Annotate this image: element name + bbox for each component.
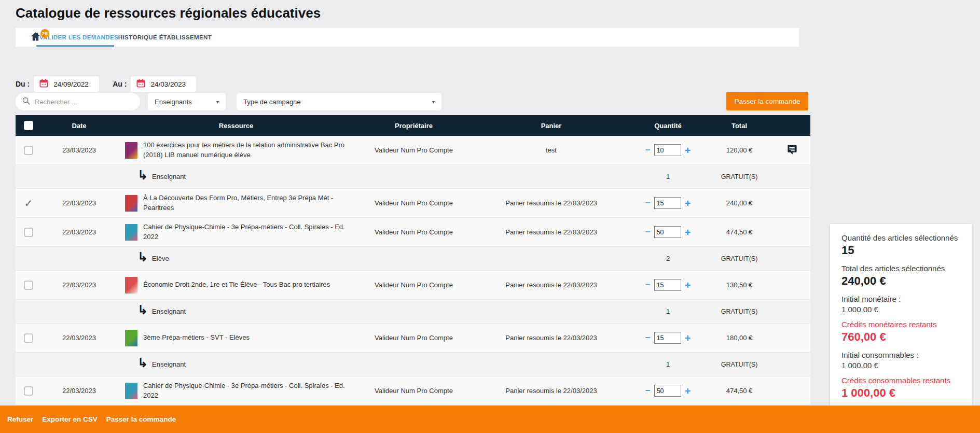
quantity-input[interactable] bbox=[654, 144, 681, 156]
active-tab-underline bbox=[36, 45, 114, 47]
header-panier: Panier bbox=[472, 122, 630, 130]
summary-initial-monetary-label: Initial monétaire : bbox=[841, 295, 963, 303]
date-from-picker[interactable] bbox=[34, 76, 99, 92]
minus-icon[interactable]: − bbox=[645, 228, 651, 236]
row-total: 240,00 € bbox=[706, 199, 773, 207]
resource-thumbnail bbox=[125, 142, 137, 159]
resource-title: 3ème Prépa-métiers - SVT - Elèves bbox=[143, 333, 250, 342]
row-checkbox[interactable] bbox=[24, 333, 33, 343]
bottom-action-bar: Refuser Exporter en CSV Passer la comman… bbox=[0, 406, 980, 433]
calendar-icon[interactable] bbox=[39, 78, 49, 90]
header-date: Date bbox=[42, 122, 117, 130]
row-owner: Valideur Num Pro Compte bbox=[355, 228, 472, 236]
date-from-label: Du : bbox=[16, 80, 30, 88]
row-panier: Panier resoumis le 22/03/2023 bbox=[472, 228, 630, 236]
table-body: ✓ 23/03/2023 100 exercices pour les méti… bbox=[16, 136, 810, 406]
order-button-top[interactable]: Passer la commande bbox=[726, 92, 808, 110]
minus-icon[interactable]: − bbox=[645, 281, 651, 289]
table-row: ✓ 22/03/2023 Cahier de Physique-Chimie -… bbox=[16, 218, 810, 247]
summary-remaining-monetary-value: 760,00 € bbox=[841, 330, 963, 344]
tab-bar: 25 VALIDER LES DEMANDES HISTORIQUE ÉTABL… bbox=[16, 28, 799, 47]
summary-remaining-consumables-label: Crédits consommables restants bbox=[841, 376, 963, 385]
campaign-select-value: Type de campagne bbox=[243, 98, 301, 106]
subrow-audience-label: Enseignant bbox=[152, 360, 186, 368]
order-link[interactable]: Passer la commande bbox=[106, 415, 176, 423]
summary-initial-consumables-value: 1 000,00 € bbox=[841, 361, 963, 370]
header-resource: Ressource bbox=[117, 122, 355, 130]
row-owner: Valideur Num Pro Compte bbox=[355, 146, 472, 154]
plus-icon[interactable]: + bbox=[685, 280, 691, 290]
tab-historique-etablissement[interactable]: HISTORIQUE ÉTABLISSEMENT bbox=[121, 28, 209, 47]
row-date: 22/03/2023 bbox=[42, 199, 117, 207]
resource-thumbnail bbox=[125, 224, 137, 241]
row-owner: Valideur Num Pro Compte bbox=[355, 387, 472, 395]
date-from-input[interactable] bbox=[53, 80, 94, 88]
table-row: ✓ 22/03/2023 3ème Prépa-métiers - SVT - … bbox=[16, 324, 810, 353]
table-row: ✓ 22/03/2023 Cahier de Physique-Chimie -… bbox=[16, 376, 810, 406]
resource-title: Cahier de Physique-Chimie - 3e Prépa-mét… bbox=[143, 381, 353, 400]
table-header-row: Date Ressource Propriétaire Panier Quant… bbox=[16, 115, 810, 136]
export-csv-link[interactable]: Exporter en CSV bbox=[42, 415, 98, 423]
header-qty: Quantité bbox=[630, 122, 706, 130]
table-subrow: ↳ Elève 2 GRATUIT(S) bbox=[16, 247, 810, 271]
minus-icon[interactable]: − bbox=[645, 386, 651, 395]
chevron-down-icon: ▾ bbox=[216, 99, 219, 105]
resource-title: Économie Droit 2nde, 1re et Tle Élève - … bbox=[143, 280, 330, 289]
calendar-icon[interactable] bbox=[136, 78, 146, 90]
summary-total-label: Total des articles sélectionnés bbox=[841, 264, 963, 273]
table-row: ✓ 22/03/2023 Économie Droit 2nde, 1re et… bbox=[16, 271, 810, 300]
chevron-down-icon: ▾ bbox=[432, 99, 435, 105]
subrow-qty: 2 bbox=[630, 255, 706, 262]
subrow-total: GRATUIT(S) bbox=[706, 173, 773, 180]
campaign-type-select[interactable]: Type de campagne ▾ bbox=[237, 93, 441, 110]
audience-select[interactable]: Enseignants ▾ bbox=[148, 93, 226, 110]
minus-icon[interactable]: − bbox=[645, 146, 651, 155]
comment-icon[interactable] bbox=[786, 144, 797, 157]
quantity-input[interactable] bbox=[654, 279, 681, 291]
sub-arrow-icon: ↳ bbox=[137, 356, 148, 370]
resource-thumbnail bbox=[125, 195, 137, 212]
row-total: 130,50 € bbox=[706, 281, 773, 289]
audience-select-value: Enseignants bbox=[155, 98, 192, 106]
resource-title: Cahier de Physique-Chimie - 3e Prépa-mét… bbox=[143, 222, 353, 241]
quantity-input[interactable] bbox=[654, 385, 681, 397]
minus-icon[interactable]: − bbox=[645, 333, 651, 342]
row-checkbox[interactable] bbox=[24, 281, 33, 290]
row-panier: Panier resoumis le 22/03/2023 bbox=[472, 281, 630, 289]
sub-arrow-icon: ↳ bbox=[137, 250, 148, 264]
row-checkmark[interactable]: ✓ bbox=[24, 198, 33, 208]
quantity-input[interactable] bbox=[654, 197, 681, 209]
plus-icon[interactable]: + bbox=[685, 333, 691, 343]
quantity-input[interactable] bbox=[654, 332, 681, 344]
date-to-input[interactable] bbox=[150, 80, 191, 88]
refuse-link[interactable]: Refuser bbox=[7, 415, 33, 423]
quantity-input[interactable] bbox=[654, 226, 681, 238]
summary-qty-label: Quantité des articles sélectionnés bbox=[841, 233, 963, 242]
row-checkbox[interactable] bbox=[24, 228, 33, 237]
row-checkbox[interactable] bbox=[24, 146, 33, 155]
select-all-checkbox[interactable] bbox=[24, 121, 33, 130]
summary-total-value: 240,00 € bbox=[841, 274, 963, 288]
row-total: 120,00 € bbox=[706, 146, 773, 154]
tab-valider-label: VALIDER LES DEMANDES bbox=[39, 34, 118, 40]
row-checkbox[interactable] bbox=[24, 386, 33, 396]
subrow-audience-label: Enseignant bbox=[152, 173, 186, 180]
tab-valider-les-demandes[interactable]: 25 VALIDER LES DEMANDES bbox=[36, 28, 114, 47]
subrow-qty: 1 bbox=[630, 173, 706, 180]
minus-icon[interactable]: − bbox=[645, 199, 651, 207]
row-total: 180,00 € bbox=[706, 334, 773, 342]
plus-icon[interactable]: + bbox=[685, 145, 691, 156]
date-to-picker[interactable] bbox=[131, 76, 196, 92]
pending-count-badge: 25 bbox=[40, 29, 49, 38]
plus-icon[interactable]: + bbox=[685, 227, 691, 238]
row-date: 22/03/2023 bbox=[42, 387, 117, 395]
search-input[interactable] bbox=[35, 98, 134, 106]
subrow-qty: 1 bbox=[630, 308, 706, 315]
plus-icon[interactable]: + bbox=[685, 386, 691, 396]
subrow-total: GRATUIT(S) bbox=[706, 361, 773, 368]
date-to-label: Au : bbox=[113, 80, 127, 88]
plus-icon[interactable]: + bbox=[685, 198, 691, 208]
search-icon bbox=[22, 96, 31, 107]
subrow-qty: 1 bbox=[630, 360, 706, 368]
subrow-audience-label: Enseignant bbox=[152, 308, 186, 315]
